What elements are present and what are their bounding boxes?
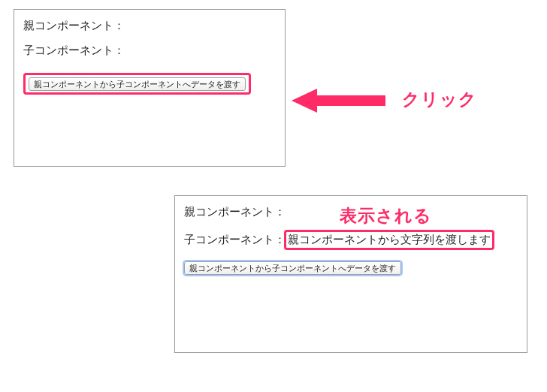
pass-data-button[interactable]: 親コンポーネントから子コンポーネントへデータを渡す (184, 261, 401, 275)
arrow-icon (292, 86, 389, 119)
child-component-line: 子コンポーネント：親コンポーネントから文字列を渡します (184, 230, 518, 250)
shown-annotation: 表示される (340, 204, 432, 228)
child-value: 親コンポーネントから文字列を渡します (288, 233, 491, 246)
child-component-line: 子コンポーネント： (23, 44, 276, 58)
child-value-highlight: 親コンポーネントから文字列を渡します (284, 230, 494, 250)
click-annotation: クリック (402, 88, 477, 111)
parent-label: 親コンポーネント： (184, 205, 286, 218)
pass-data-button[interactable]: 親コンポーネントから子コンポーネントへデータを渡す (29, 77, 246, 91)
panel-content: 親コンポーネント： 子コンポーネント： 親コンポーネントから子コンポーネントへデ… (14, 10, 285, 104)
parent-component-line: 親コンポーネント： (23, 19, 276, 33)
child-label: 子コンポーネント： (184, 233, 286, 246)
child-label: 子コンポーネント： (23, 44, 125, 56)
svg-marker-0 (292, 89, 385, 113)
parent-label: 親コンポーネント： (23, 19, 125, 32)
before-state-panel: 親コンポーネント： 子コンポーネント： 親コンポーネントから子コンポーネントへデ… (14, 9, 286, 167)
button-highlight: 親コンポーネントから子コンポーネントへデータを渡す (23, 73, 251, 95)
